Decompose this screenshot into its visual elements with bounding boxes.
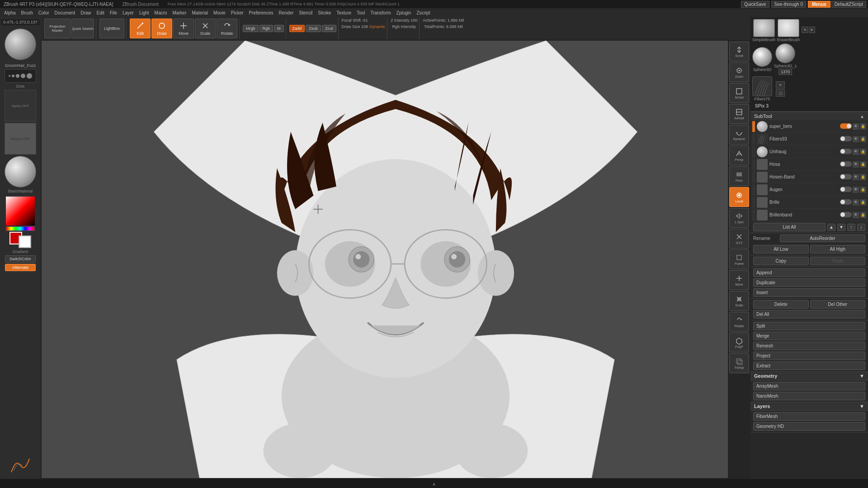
subtool-toggle-2[interactable] — [840, 136, 852, 141]
polyf-btn[interactable]: PolyF — [729, 333, 749, 352]
subtool-lock-7[interactable]: 🔒 — [860, 199, 866, 206]
scroll-btn[interactable]: Scroll — [729, 42, 749, 61]
transp-btn[interactable]: Transp — [729, 353, 749, 373]
lsym-btn[interactable]: L Sym — [729, 208, 749, 228]
sphere3d-thumb[interactable] — [752, 47, 772, 67]
zscript-menu[interactable]: Zscript — [414, 10, 432, 16]
simple-brush-thumb[interactable] — [753, 19, 775, 37]
render-menu[interactable]: Render — [277, 10, 296, 16]
subtool-row-hosenband[interactable]: Hosen-Band 👁 🔒 — [750, 171, 868, 183]
subtool-toggle-1[interactable] — [840, 123, 852, 129]
quick-save-btn[interactable]: QuickSave — [741, 1, 769, 8]
subtool-eye-7[interactable]: 👁 — [853, 199, 859, 206]
color-menu[interactable]: Color — [36, 10, 52, 16]
lightbox-btn[interactable]: LightBox — [99, 19, 124, 38]
list-down-arrow[interactable]: ▼ — [837, 224, 845, 231]
macro-menu[interactable]: Macro — [152, 10, 170, 16]
movie-menu[interactable]: Movie — [211, 10, 228, 16]
scale-btn[interactable]: Scale — [195, 19, 216, 38]
rp-btn-1[interactable]: ◂ — [802, 27, 808, 33]
layer-menu[interactable]: Layer — [120, 10, 136, 16]
subtool-eye-6[interactable]: 👁 — [853, 187, 859, 193]
marker-menu[interactable]: Marker — [170, 10, 189, 16]
dynamic-btn[interactable]: Dynamic — [729, 125, 749, 145]
zadd-btn[interactable]: Zadd — [289, 25, 305, 32]
remesh-btn[interactable]: Remesh — [753, 342, 865, 350]
tool-menu[interactable]: Tool — [354, 10, 367, 16]
local-btn[interactable]: Local — [729, 187, 749, 207]
menus-btn[interactable]: Menus — [808, 1, 830, 8]
texture-menu[interactable]: Texture — [334, 10, 354, 16]
rotate-btn[interactable]: Rotate — [217, 19, 237, 38]
subtool-row-hosa[interactable]: Hosa 👁 🔒 — [750, 158, 868, 171]
draw-menu[interactable]: Draw — [78, 10, 93, 16]
see-through-btn[interactable]: See-through 0 — [771, 1, 806, 8]
copy-btn[interactable]: Copy — [753, 257, 809, 265]
list-up-arrow[interactable]: ▲ — [827, 224, 835, 231]
auto-reorder-btn[interactable]: AutoReorder — [780, 235, 865, 242]
background-color[interactable] — [19, 235, 31, 248]
alpha-thumbnail[interactable]: Alpha OFF — [5, 90, 36, 122]
list-move-up[interactable]: ↑ — [847, 224, 855, 231]
fibers75-thumb[interactable] — [752, 76, 772, 96]
picker-menu[interactable]: Picker — [229, 10, 246, 16]
subtool-toggle-3[interactable] — [840, 149, 852, 154]
transform-menu[interactable]: Transform — [368, 10, 393, 16]
geometry-section-title[interactable]: Geometry ▼ — [750, 372, 868, 380]
arraymesh-btn[interactable]: ArrayMesh — [753, 382, 865, 390]
subtool-row-superbers[interactable]: super_bers 👁 🔒 — [750, 120, 868, 133]
subtool-toggle-8[interactable] — [840, 212, 852, 217]
subtool-scroll[interactable]: SubTool ▲ super_bers 👁 🔒 — [750, 112, 868, 479]
gyz-btn[interactable]: GYZ — [729, 229, 749, 249]
list-all-btn[interactable]: List All — [753, 223, 826, 231]
zcut-btn[interactable]: Zcut — [322, 25, 336, 32]
extract-btn[interactable]: Extract — [753, 361, 865, 370]
canvas-area[interactable] — [41, 40, 750, 479]
rp-btn-2[interactable]: ▸ — [809, 27, 815, 33]
subtool-row-brillenband[interactable]: Brillenband 👁 🔒 — [750, 209, 868, 221]
edit-menu[interactable]: Edit — [94, 10, 107, 16]
subtool-lock-8[interactable]: 🔒 — [860, 212, 866, 218]
subtool-lock-6[interactable]: 🔒 — [860, 187, 866, 193]
subtool-row-unihaug[interactable]: Unihaug 👁 🔒 — [750, 145, 868, 158]
rp-icon-1[interactable]: ≡ — [776, 81, 785, 89]
stencil-menu[interactable]: Stencil — [297, 10, 315, 16]
light-menu[interactable]: Light — [137, 10, 151, 16]
append-btn[interactable]: Append — [753, 268, 865, 277]
subtool-row-fibers93[interactable]: Fibers93 👁 🔒 — [750, 133, 868, 145]
subtool-toggle-6[interactable] — [840, 187, 852, 192]
switch-color-btn[interactable]: SwitchColor — [5, 255, 36, 263]
projection-master-btn[interactable]: Projection Master — [44, 19, 71, 38]
merge-btn[interactable]: Merge — [753, 332, 865, 340]
alpha-menu[interactable]: Alpha — [2, 10, 18, 16]
aahalf-btn[interactable]: AAHalf — [729, 104, 749, 124]
subtool-toggle-5[interactable] — [840, 174, 852, 179]
del-all-btn[interactable]: Del All — [753, 310, 865, 319]
persp-btn[interactable]: Persp — [729, 145, 749, 165]
all-high-btn[interactable]: All High — [810, 245, 866, 253]
actual-btn[interactable]: Actual — [729, 83, 749, 103]
subtool-eye-2[interactable]: 👁 — [853, 136, 859, 142]
material-thumbnail[interactable] — [5, 156, 36, 188]
project-btn[interactable]: Project — [753, 352, 865, 360]
zoom-btn[interactable]: Zoom — [729, 62, 749, 82]
split-btn[interactable]: Split — [753, 322, 865, 330]
texture-thumbnail[interactable]: Texture OFF — [5, 123, 36, 155]
rp-icon-2[interactable]: ◻ — [776, 89, 785, 97]
all-low-btn[interactable]: All Low — [753, 245, 809, 253]
subtool-lock-3[interactable]: 🔒 — [860, 149, 866, 155]
subtool-eye-5[interactable]: 👁 — [853, 174, 859, 180]
subtool-lock-1[interactable]: 🔒 — [860, 123, 866, 130]
subtool-eye-3[interactable]: 👁 — [853, 149, 859, 155]
subtool-row-brille[interactable]: Brille 👁 🔒 — [750, 196, 868, 209]
fibermesh-btn[interactable]: FiberMesh — [753, 412, 865, 421]
sphere3d1-thumb[interactable] — [775, 43, 795, 63]
edit-btn[interactable]: Edit — [130, 19, 151, 38]
stroke-menu[interactable]: Stroke — [316, 10, 333, 16]
subtool-eye-1[interactable]: 👁 — [853, 123, 859, 130]
draw-btn[interactable]: Draw — [151, 19, 172, 38]
floor-btn[interactable]: Floor — [729, 166, 749, 186]
subtool-lock-5[interactable]: 🔒 — [860, 174, 866, 180]
subtool-header[interactable]: SubTool ▲ — [750, 112, 868, 120]
move-btn[interactable]: Move — [173, 19, 194, 38]
